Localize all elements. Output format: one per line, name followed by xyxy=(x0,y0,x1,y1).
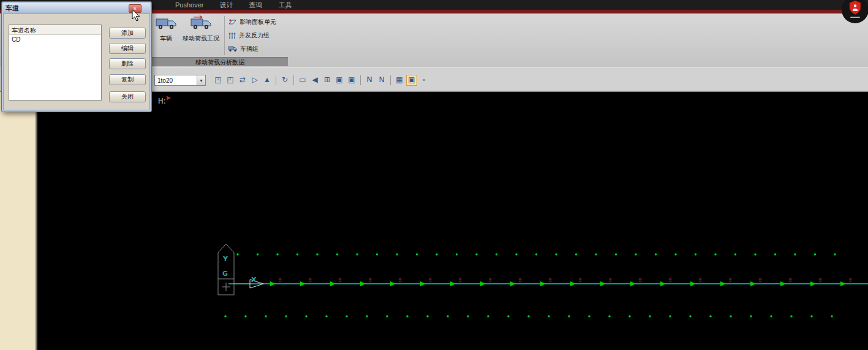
add-button[interactable]: 添加 xyxy=(109,28,146,39)
delete-button[interactable]: 删除 xyxy=(109,58,146,69)
axis-y-label: Y xyxy=(222,255,228,263)
vehicle-group-label: 车辆组 xyxy=(240,45,259,53)
pan-view-icon[interactable]: ⇄ xyxy=(237,75,248,86)
lane-list-items: CD xyxy=(9,35,101,44)
axis-x-label: X xyxy=(251,276,257,284)
node-dot xyxy=(649,315,651,318)
node-dot xyxy=(396,253,398,256)
node-dot xyxy=(770,315,772,318)
node-dot xyxy=(555,253,557,256)
ribbon-section-label: 移动荷载分析数据 xyxy=(152,57,288,66)
reaction-arrows-icon xyxy=(228,30,236,41)
brand-shield-icon xyxy=(842,0,868,23)
lane-name-marker: CD xyxy=(788,278,792,282)
node-dot xyxy=(265,315,267,318)
node-dot xyxy=(535,253,538,256)
zoom-window-icon[interactable]: ◳ xyxy=(213,75,224,86)
lane-direction-arrow-icon xyxy=(480,281,486,286)
node-dot xyxy=(689,315,692,318)
node-dot xyxy=(475,253,478,256)
lane-direction-arrow-icon xyxy=(540,281,546,286)
node-dot xyxy=(709,315,712,318)
moving-load-case-button[interactable]: 移动荷载工况 xyxy=(180,15,222,43)
node-dot xyxy=(316,253,319,256)
node-dot xyxy=(467,315,469,318)
node-dot xyxy=(790,315,793,318)
lane-markers: CDCDCDCDCDCDCDCDCDCDCDCDCDCDCDCDCDCDCDCD xyxy=(270,278,852,286)
redraw-icon[interactable]: ↻ xyxy=(279,75,290,86)
active-window-icon[interactable]: ▣ xyxy=(334,75,345,86)
menu-tab-query[interactable]: 查询 xyxy=(249,1,262,10)
activate-icon[interactable]: ◀ xyxy=(309,75,320,86)
node-dot xyxy=(834,253,836,256)
lane-name-marker: CD xyxy=(368,278,372,282)
lock-view-icon[interactable]: ▪ xyxy=(418,75,429,86)
node-dot xyxy=(655,253,657,256)
node-dot xyxy=(507,315,510,318)
initial-screen-icon[interactable]: ▣ xyxy=(406,75,417,86)
model-view-canvas[interactable]: H: CDCDCDCDCDCDCDCDCDCDCDCDCDCDCDCDCDCDC… xyxy=(37,92,868,350)
lane-direction-arrow-icon xyxy=(450,281,456,286)
node-dot xyxy=(568,315,570,318)
node-dot xyxy=(750,315,752,318)
axis-g-label: G xyxy=(222,270,228,278)
node-dot xyxy=(436,253,438,256)
lane-name-marker: CD xyxy=(818,278,822,282)
axis-triad: Y G X xyxy=(218,244,263,295)
lane-direction-arrow-icon xyxy=(810,281,816,286)
node-dot xyxy=(515,253,518,256)
node-dot xyxy=(527,315,530,318)
menu-tab-pushover[interactable]: Pushover xyxy=(175,1,203,9)
lane-name-marker: CD xyxy=(608,278,612,282)
concurrent-reaction-button[interactable]: 并发反力组 xyxy=(228,29,276,42)
model-view-svg: H: CDCDCDCDCDCDCDCDCDCDCDCDCDCDCDCDCDCDC… xyxy=(37,92,868,350)
display-window-icon[interactable]: ▣ xyxy=(346,75,357,86)
vehicle-button[interactable]: 车辆 xyxy=(153,15,179,43)
chevron-down-icon[interactable]: ▾ xyxy=(197,75,205,85)
lane-direction-arrow-icon xyxy=(840,281,846,286)
node-dot xyxy=(810,315,813,318)
lane-name-marker: CD xyxy=(338,278,342,282)
lane-list[interactable]: 车道名称 CD xyxy=(9,25,102,101)
node-dot xyxy=(794,253,796,256)
named-view-dropdown[interactable]: 1to20 ▾ xyxy=(154,75,206,86)
menu-tab-design[interactable]: 设计 xyxy=(219,1,233,10)
node-dot xyxy=(548,315,550,318)
menu-tab-tools[interactable]: 工具 xyxy=(278,1,292,10)
lane-name-marker: CD xyxy=(458,278,462,282)
lane-dialog-titlebar[interactable]: 车道 xyxy=(3,3,150,13)
deactivate-icon[interactable]: ⊞ xyxy=(322,75,333,86)
hidden-label: H: xyxy=(158,97,166,105)
node-dot xyxy=(774,253,777,256)
element-number-icon[interactable]: N xyxy=(376,75,387,86)
lane-direction-arrow-icon xyxy=(330,281,336,286)
node-dot xyxy=(447,315,449,318)
lane-direction-arrow-icon xyxy=(600,281,606,286)
toolbar-separator xyxy=(293,75,294,85)
brand-logo xyxy=(842,0,868,23)
node-dot xyxy=(588,315,591,318)
close-button[interactable]: 关闭 xyxy=(109,91,146,102)
truck-icon xyxy=(155,15,177,32)
zoom-out-icon[interactable]: ◰ xyxy=(225,75,236,86)
node-dot xyxy=(595,253,597,256)
node-dot xyxy=(714,253,717,256)
dynamic-view-icon[interactable]: ▷ xyxy=(249,75,260,86)
vehicle-group-button[interactable]: 车辆组 xyxy=(228,42,276,56)
vehicle-button-label: 车辆 xyxy=(160,34,172,43)
edit-button[interactable]: 编辑 xyxy=(109,43,146,54)
select-window-icon[interactable]: ▭ xyxy=(297,75,308,86)
display-option-icon[interactable]: ▦ xyxy=(394,75,405,86)
mouse-cursor-icon xyxy=(132,9,140,25)
lane-list-item[interactable]: CD xyxy=(9,35,101,44)
zoom-fit-icon[interactable]: ▲ xyxy=(262,75,273,86)
copy-button[interactable]: 复制 xyxy=(109,74,146,85)
node-dot xyxy=(814,253,817,256)
node-number-icon[interactable]: N xyxy=(364,75,375,86)
influence-panel-button[interactable]: 影响面板单元 xyxy=(228,15,276,29)
lane-name-marker: CD xyxy=(518,278,522,282)
ribbon-small-buttons: 影响面板单元 并发反力组 xyxy=(228,15,276,56)
ribbon-separator xyxy=(224,16,225,55)
node-dot xyxy=(336,253,339,256)
truck-arrow-icon xyxy=(190,15,212,32)
